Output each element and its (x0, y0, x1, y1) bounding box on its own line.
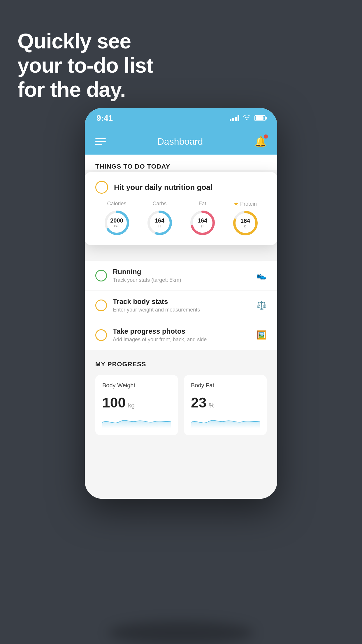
donut-unit: g (240, 224, 250, 228)
todo-circle (95, 329, 107, 341)
battery-icon (254, 115, 266, 121)
notification-dot (264, 134, 268, 139)
star-icon: ★ (234, 201, 238, 207)
progress-unit: kg (128, 402, 135, 409)
todo-name: Take progress photos (113, 327, 251, 335)
todo-desc: Add images of your front, back, and side (113, 337, 251, 343)
todo-desc: Enter your weight and measurements (113, 307, 251, 313)
things-section: THINGS TO DO TODAY (85, 155, 277, 170)
todo-name: Running (113, 268, 251, 276)
macro-item: ★Protein 164 g (232, 201, 259, 236)
todo-name: Track body stats (113, 298, 251, 306)
notification-bell[interactable]: 🔔 (254, 136, 267, 147)
macro-label: Carbs (152, 201, 166, 207)
progress-value: 23 (191, 395, 206, 411)
donut-value: 164 (240, 218, 250, 224)
macro-item: Fat 164 g (189, 201, 216, 236)
progress-card-title: Body Fat (191, 382, 260, 389)
donut-unit: cal (110, 224, 123, 228)
todo-icon-photo: 🖼️ (256, 330, 267, 340)
phone-shadow (108, 621, 254, 644)
status-time: 9:41 (96, 113, 113, 123)
progress-card[interactable]: Body Fat 23 % (184, 375, 267, 435)
signal-icon (230, 115, 239, 121)
progress-card-title: Body Weight (102, 382, 171, 389)
nutrition-card-header: Hit your daily nutrition goal (95, 181, 267, 194)
donut-chart: 164 g (189, 210, 216, 236)
todo-circle (95, 300, 107, 311)
phone-screen: 9:41 (85, 108, 277, 499)
macro-label: Fat (198, 201, 206, 207)
todo-info: Track body stats Enter your weight and m… (113, 298, 251, 313)
headline-line1: Quickly see (17, 29, 153, 53)
status-icons (230, 114, 266, 122)
progress-value-row: 23 % (191, 395, 260, 411)
donut-chart: 164 g (147, 210, 173, 236)
todo-info: Take progress photos Add images of your … (113, 327, 251, 343)
status-bar: 9:41 (85, 108, 277, 128)
mini-chart (102, 416, 171, 428)
donut-value-container: 164 g (155, 217, 164, 228)
donut-value: 164 (155, 217, 164, 224)
header-title: Dashboard (157, 136, 203, 147)
headline-line2: your to-do list (17, 53, 153, 78)
macro-item: Calories 2000 cal (104, 201, 130, 236)
progress-title: MY PROGRESS (95, 360, 267, 368)
donut-value: 164 (198, 217, 207, 224)
nutrition-card[interactable]: Hit your daily nutrition goal Calories 2… (85, 172, 277, 245)
todo-icon-scale: ⚖️ (256, 300, 267, 310)
progress-value: 100 (102, 395, 126, 411)
donut-value-container: 164 g (198, 217, 207, 228)
donut-value-container: 164 g (240, 218, 250, 228)
todo-item[interactable]: Track body stats Enter your weight and m… (85, 290, 277, 320)
todo-info: Running Track your stats (target: 5km) (113, 268, 251, 283)
app-header: Dashboard 🔔 (85, 128, 277, 155)
nutrition-card-title: Hit your daily nutrition goal (114, 183, 212, 192)
menu-icon[interactable] (95, 138, 106, 145)
donut-value-container: 2000 cal (110, 217, 123, 228)
app-content: THINGS TO DO TODAY Hit your daily nutrit… (85, 155, 277, 499)
todo-desc: Track your stats (target: 5km) (113, 277, 251, 283)
things-title: THINGS TO DO TODAY (95, 163, 267, 170)
todo-item[interactable]: Take progress photos Add images of your … (85, 320, 277, 350)
donut-unit: g (198, 224, 207, 228)
nutrition-check-circle (95, 181, 108, 194)
progress-value-row: 100 kg (102, 395, 171, 411)
headline-line3: for the day. (17, 78, 153, 102)
nutrition-macros: Calories 2000 cal Carbs 164 g Fat 164 g … (95, 201, 267, 236)
donut-chart: 164 g (232, 210, 259, 236)
macro-item: Carbs 164 g (147, 201, 173, 236)
todo-item[interactable]: Running Track your stats (target: 5km) 👟 (85, 261, 277, 290)
progress-unit: % (209, 402, 215, 409)
progress-card[interactable]: Body Weight 100 kg (95, 375, 178, 435)
donut-unit: g (155, 224, 164, 228)
todo-list: Running Track your stats (target: 5km) 👟… (85, 261, 277, 350)
macro-label: Calories (107, 201, 126, 207)
mini-chart (191, 416, 260, 428)
wifi-icon (243, 114, 251, 122)
headline: Quickly see your to-do list for the day. (17, 29, 153, 102)
progress-section: MY PROGRESS Body Weight 100 kg (85, 350, 277, 435)
todo-circle (95, 270, 107, 281)
progress-cards: Body Weight 100 kg Body Fat 23 % (95, 375, 267, 435)
phone-mockup: 9:41 (85, 108, 277, 627)
todo-icon-shoe: 👟 (256, 271, 267, 280)
macro-label: ★Protein (234, 201, 257, 207)
donut-chart: 2000 cal (104, 210, 130, 236)
donut-value: 2000 (110, 217, 123, 224)
